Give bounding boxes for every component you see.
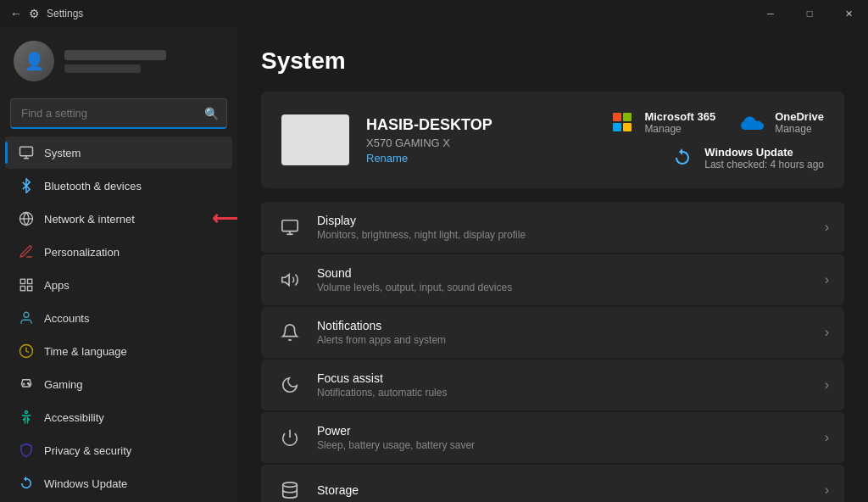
storage-settings-text: Storage [317, 483, 811, 497]
app-title: Settings [47, 8, 83, 20]
sound-settings-icon [276, 266, 303, 293]
onedrive-name: OneDrive [775, 110, 824, 123]
sidebar: 👤 🔍 SystemBluetooth & devicesNetwork & i… [0, 27, 237, 502]
annotation-arrow: ⟵ [212, 208, 237, 230]
svg-point-21 [283, 482, 298, 488]
search-icon: 🔍 [204, 107, 219, 120]
power-settings-name: Power [317, 424, 811, 438]
sidebar-item-network[interactable]: Network & internet⟵ [5, 203, 232, 235]
display-chevron-icon: › [825, 220, 829, 235]
sidebar-item-accounts[interactable]: Accounts [5, 302, 232, 334]
sidebar-item-gaming[interactable]: Gaming [5, 368, 232, 400]
settings-app-icon: ⚙ [29, 7, 40, 20]
ms365-grid [613, 113, 632, 131]
computer-card: HASIB-DESKTOP X570 GAMING X Rename [261, 92, 844, 188]
sidebar-item-bluetooth[interactable]: Bluetooth & devices [5, 170, 232, 202]
svg-rect-0 [20, 147, 33, 156]
storage-settings-name: Storage [317, 483, 811, 497]
onedrive-icon [739, 109, 766, 136]
privacy-icon [19, 443, 34, 458]
winupdate-text: Windows Update Last checked: 4 hours ago [704, 146, 824, 170]
svg-marker-19 [282, 275, 289, 286]
quick-links-top-row: Microsoft 365 Manage OneDrive Manage [570, 109, 824, 136]
rename-link[interactable]: Rename [366, 152, 553, 165]
power-settings-text: PowerSleep, battery usage, battery saver [317, 424, 811, 451]
sidebar-item-label-gaming: Gaming [44, 378, 83, 391]
power-chevron-icon: › [825, 430, 829, 445]
page-title: System [261, 47, 844, 75]
close-button[interactable]: ✕ [829, 0, 868, 27]
sidebar-item-label-privacy: Privacy & security [44, 444, 131, 457]
sidebar-item-label-bluetooth: Bluetooth & devices [44, 180, 142, 192]
time-icon [19, 343, 34, 359]
settings-list: DisplayMonitors, brightness, night light… [261, 202, 844, 502]
user-email-placeholder [64, 64, 141, 73]
sidebar-item-label-apps: Apps [44, 279, 70, 292]
main-content: System HASIB-DESKTOP X570 GAMING X Renam… [237, 27, 868, 502]
user-profile[interactable]: 👤 [0, 31, 237, 92]
settings-item-display[interactable]: DisplayMonitors, brightness, night light… [261, 202, 844, 253]
power-settings-icon [276, 424, 303, 451]
computer-model: X570 GAMING X [366, 137, 553, 149]
winupdate-link[interactable]: Windows Update Last checked: 4 hours ago [570, 144, 824, 171]
sidebar-item-privacy[interactable]: Privacy & security [5, 434, 232, 466]
sidebar-item-label-update: Windows Update [44, 477, 127, 490]
maximize-button[interactable]: □ [790, 0, 829, 27]
user-name-placeholder [64, 50, 166, 60]
search-container: 🔍 [0, 92, 237, 136]
sidebar-item-accessibility[interactable]: Accessibility [5, 401, 232, 433]
sound-settings-desc: Volume levels, output, input, sound devi… [317, 282, 811, 293]
notifications-settings-icon [276, 319, 303, 346]
computer-image [281, 114, 349, 165]
settings-item-power[interactable]: PowerSleep, battery usage, battery saver… [261, 412, 844, 463]
ms365-action: Manage [644, 123, 715, 135]
sidebar-item-time[interactable]: Time & language [5, 335, 232, 367]
update-icon [19, 476, 34, 491]
computer-name: HASIB-DESKTOP [366, 116, 553, 134]
settings-item-storage[interactable]: Storage› [261, 465, 844, 502]
gaming-icon [19, 376, 34, 392]
sidebar-item-label-system: System [44, 147, 81, 159]
sidebar-item-update[interactable]: Windows Update [5, 467, 232, 499]
settings-item-sound[interactable]: SoundVolume levels, output, input, sound… [261, 254, 844, 305]
search-input[interactable] [10, 98, 227, 129]
winupdate-action: Last checked: 4 hours ago [704, 159, 824, 170]
notifications-settings-desc: Alerts from apps and system [317, 334, 811, 346]
avatar-placeholder: 👤 [14, 41, 54, 81]
svg-rect-7 [20, 287, 25, 291]
display-settings-icon [276, 214, 303, 241]
sidebar-item-personalization[interactable]: Personalization [5, 236, 232, 268]
focus-settings-text: Focus assistNotifications, automatic rul… [317, 371, 811, 399]
ms365-text: Microsoft 365 Manage [644, 110, 715, 135]
window-controls: ─ □ ✕ [751, 0, 868, 27]
ms365-link[interactable]: Microsoft 365 Manage [609, 109, 715, 136]
title-bar-left: ← ⚙ Settings [10, 7, 83, 20]
ms365-name: Microsoft 365 [644, 110, 715, 123]
sidebar-item-label-time: Time & language [44, 345, 127, 358]
back-button[interactable]: ← [10, 7, 22, 20]
sidebar-item-apps[interactable]: Apps [5, 269, 232, 301]
sidebar-item-label-accessibility: Accessibility [44, 411, 104, 424]
display-settings-text: DisplayMonitors, brightness, night light… [317, 214, 811, 241]
svg-rect-5 [20, 279, 25, 283]
power-settings-desc: Sleep, battery usage, battery saver [317, 439, 811, 451]
sidebar-item-system[interactable]: System [5, 137, 232, 169]
ms365-icon [609, 109, 636, 136]
system-icon [19, 145, 34, 160]
accessibility-icon [19, 410, 34, 425]
winupdate-name: Windows Update [704, 146, 824, 159]
settings-item-focus[interactable]: Focus assistNotifications, automatic rul… [261, 360, 844, 410]
svg-point-15 [25, 411, 28, 414]
onedrive-action: Manage [775, 123, 824, 135]
nav-list: SystemBluetooth & devicesNetwork & inter… [0, 136, 237, 500]
bluetooth-icon [19, 178, 34, 193]
app-body: 👤 🔍 SystemBluetooth & devicesNetwork & i… [0, 27, 868, 502]
notifications-settings-name: Notifications [317, 319, 811, 332]
minimize-button[interactable]: ─ [751, 0, 790, 27]
settings-item-notifications[interactable]: NotificationsAlerts from apps and system… [261, 307, 844, 358]
onedrive-text: OneDrive Manage [775, 110, 824, 135]
display-settings-name: Display [317, 214, 811, 227]
notifications-chevron-icon: › [825, 325, 829, 340]
onedrive-link[interactable]: OneDrive Manage [739, 109, 824, 136]
svg-rect-6 [28, 279, 32, 283]
